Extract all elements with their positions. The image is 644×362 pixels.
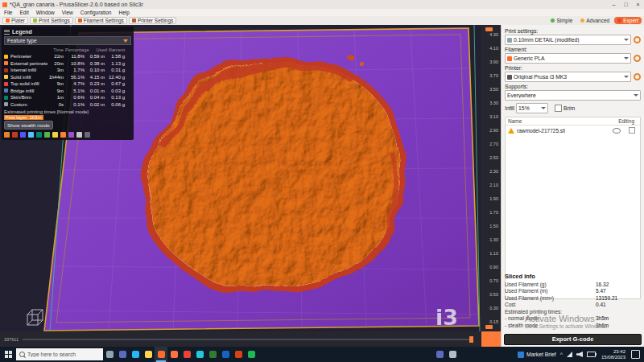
legend-option-icon[interactable] xyxy=(85,132,90,138)
mode-button[interactable]: Expert xyxy=(614,17,642,24)
menu-item[interactable]: Window xyxy=(36,10,55,15)
feature-row[interactable]: Skirt/Brim 1m 0.6% 0.04 m 0.13 g xyxy=(4,94,131,101)
taskbar-app-icon[interactable] xyxy=(103,347,116,362)
move-slider-handle[interactable] xyxy=(469,336,473,343)
clock[interactable]: 23:42 15/08/2023 xyxy=(601,349,625,360)
feature-color-swatch xyxy=(4,82,8,86)
feature-time: 22m xyxy=(47,54,65,59)
printer-gear-icon[interactable] xyxy=(634,73,641,80)
menu-item[interactable]: File xyxy=(4,10,12,15)
mode-button[interactable]: Advanced xyxy=(577,17,613,24)
battery-icon[interactable] xyxy=(587,352,596,357)
legend-option-icon[interactable] xyxy=(68,132,74,138)
legend-option-icon[interactable] xyxy=(52,132,58,138)
taskbar-app-icon[interactable] xyxy=(116,347,129,362)
market-brief-widget[interactable]: Market Brief xyxy=(518,352,556,358)
slider-corner-button[interactable] xyxy=(481,331,501,347)
taskbar-app-icon[interactable] xyxy=(232,347,245,362)
filament-gear-icon[interactable] xyxy=(634,55,641,62)
menu-item[interactable]: View xyxy=(62,10,73,15)
feature-row[interactable]: Custom 0s 0.1% 0.02 m 0.06 g xyxy=(4,101,131,109)
first-layer-time: First layer: 1h3m xyxy=(4,115,43,120)
filament-color-icon xyxy=(507,56,512,61)
filament-label: Filament: xyxy=(505,47,641,52)
maximize-button[interactable]: □ xyxy=(620,0,632,9)
search-box[interactable]: Type here to search xyxy=(16,348,103,360)
taskbar-app-icon[interactable] xyxy=(446,347,459,362)
taskbar-app-icon[interactable] xyxy=(142,347,155,362)
print-settings-gear-icon[interactable] xyxy=(634,36,641,43)
tray-chevron-icon[interactable]: ^ xyxy=(560,352,563,357)
infill-select[interactable]: 15% xyxy=(516,103,548,113)
taskbar-app-icon[interactable] xyxy=(206,347,219,362)
printer-icon xyxy=(507,75,512,80)
volume-icon[interactable] xyxy=(576,352,583,357)
menu-item[interactable]: Configuration xyxy=(80,10,112,15)
layer-tick-label: 0.50 xyxy=(489,292,498,297)
mode-dot-icon xyxy=(617,19,621,23)
printer-select[interactable]: Original Prusa i3 MK3 xyxy=(505,72,631,82)
feature-row[interactable]: Perimeter 22m 11.8% 0.59 m 1.58 g xyxy=(4,53,131,60)
legend-option-icon[interactable] xyxy=(28,132,34,138)
taskbar-app-icon[interactable] xyxy=(155,347,167,362)
start-button[interactable] xyxy=(0,347,16,362)
tab-icon xyxy=(33,19,37,23)
taskbar-app-icon[interactable] xyxy=(129,347,142,362)
mode-button[interactable]: Simple xyxy=(547,17,576,24)
feature-row[interactable]: Top solid infill 9m 4.7% 0.23 m 0.67 g xyxy=(4,80,131,88)
filament-select[interactable]: Generic PLA xyxy=(505,53,631,64)
legend-option-icon[interactable] xyxy=(12,132,18,138)
brim-checkbox[interactable] xyxy=(555,105,562,112)
object-row[interactable]: rawmodel-217725.stl xyxy=(506,125,640,135)
layer-slider-lower-handle[interactable] xyxy=(485,325,493,329)
settings-tab[interactable]: Print Settings xyxy=(30,17,73,24)
eye-icon[interactable] xyxy=(613,128,621,134)
legend-option-icon[interactable] xyxy=(36,132,42,138)
taskbar-app-icon[interactable] xyxy=(245,347,258,362)
view-type-select[interactable]: Feature type xyxy=(4,36,131,45)
windows-logo-icon xyxy=(5,351,8,354)
close-button[interactable]: × xyxy=(632,0,644,9)
settings-tab[interactable]: Plater xyxy=(2,17,28,24)
menu-item[interactable]: Edit xyxy=(19,10,28,15)
feature-row[interactable]: Bridge infill 9m 5.1% 0.01 m 0.03 g xyxy=(4,88,131,95)
taskbar-app-icon[interactable] xyxy=(180,347,193,362)
edit-icon[interactable] xyxy=(629,127,635,134)
feature-row[interactable]: External perimeter 20m 10.8% 0.38 m 1.13… xyxy=(4,60,131,68)
taskbar-app-icon[interactable] xyxy=(193,347,206,362)
taskbar-app-icon[interactable] xyxy=(219,347,232,362)
taskbar-app-icon[interactable] xyxy=(433,347,446,362)
notification-center-icon[interactable] xyxy=(631,350,640,359)
layer-slider[interactable]: 4.304.103.903.703.503.303.102.902.702.50… xyxy=(481,25,501,331)
print-settings-select[interactable]: 0.10mm DETAIL (modified) xyxy=(505,35,631,45)
sliced-info-row: Used Filament (g) 16.32 xyxy=(505,282,641,289)
menu-item[interactable]: Help xyxy=(118,10,129,15)
chevron-down-icon xyxy=(541,107,546,109)
network-icon[interactable] xyxy=(567,352,572,357)
layer-slider-upper-handle[interactable] xyxy=(485,27,493,31)
show-stealth-mode-button[interactable]: Show stealth mode xyxy=(4,121,53,130)
move-slider-track[interactable] xyxy=(23,339,473,340)
feature-rows: Perimeter 22m 11.8% 0.59 m 1.58 g Extern… xyxy=(4,53,131,108)
taskbar-app-icon[interactable] xyxy=(167,347,180,362)
layer-tick-label: 2.30 xyxy=(489,169,498,174)
printer-label: Printer: xyxy=(505,65,641,71)
legend-option-icon[interactable] xyxy=(44,132,50,138)
feature-color-swatch xyxy=(4,75,8,79)
legend-option-icon[interactable] xyxy=(4,132,10,138)
legend-option-icon[interactable] xyxy=(20,132,26,138)
infill-label: Infill xyxy=(505,105,514,111)
chevron-down-icon[interactable] xyxy=(123,39,128,43)
legend-option-icon[interactable] xyxy=(60,132,66,138)
layer-tick-label: 1.10 xyxy=(489,251,498,256)
feature-row[interactable]: Solid infill 1h44m 56.1% 4.15 m 12.40 g xyxy=(4,74,131,81)
settings-tab[interactable]: Filament Settings xyxy=(75,17,127,24)
settings-tab[interactable]: Printer Settings xyxy=(129,17,176,24)
supports-select[interactable]: Everywhere xyxy=(505,90,641,101)
legend-option-icon[interactable] xyxy=(76,132,82,138)
feature-row[interactable]: Internal infill 3m 1.7% 0.10 m 0.31 g xyxy=(4,67,131,74)
export-gcode-button[interactable]: Export G-code xyxy=(504,334,642,345)
feature-filament-length: 0.23 m xyxy=(86,81,106,86)
3d-viewport[interactable]: i3 Legend xyxy=(0,25,481,331)
minimize-button[interactable]: – xyxy=(608,0,620,9)
